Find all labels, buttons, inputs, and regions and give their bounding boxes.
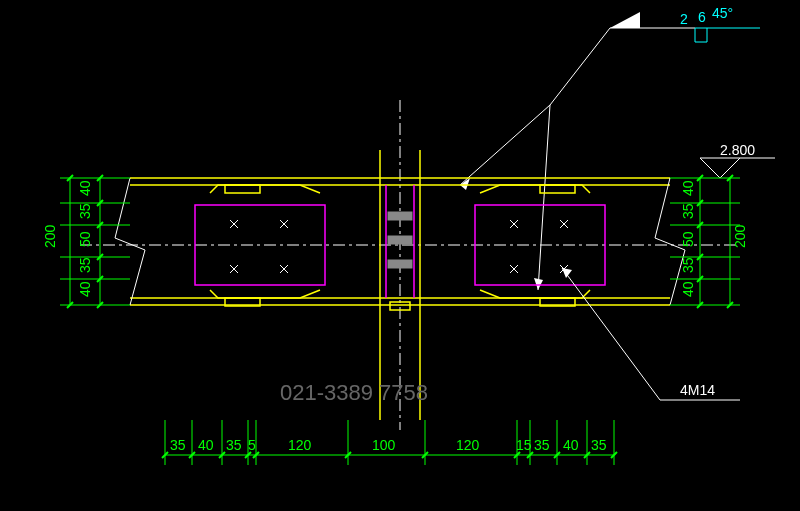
svg-marker-6 (534, 278, 543, 290)
svg-text:50: 50 (77, 231, 93, 247)
svg-text:35: 35 (77, 203, 93, 219)
svg-text:40: 40 (680, 281, 696, 297)
svg-rect-24 (388, 260, 412, 268)
right-dim-chain: 200 40 35 50 35 40 (670, 175, 748, 308)
weld-angle: 45° (712, 5, 733, 21)
svg-rect-22 (388, 212, 412, 220)
elevation-marker: 2.800 (700, 142, 775, 178)
svg-text:120: 120 (288, 437, 312, 453)
svg-text:35: 35 (680, 257, 696, 273)
svg-line-3 (460, 105, 550, 185)
svg-text:40: 40 (198, 437, 214, 453)
svg-text:40: 40 (563, 437, 579, 453)
svg-text:35: 35 (534, 437, 550, 453)
svg-text:35: 35 (680, 203, 696, 219)
svg-text:100: 100 (372, 437, 396, 453)
svg-text:200: 200 (42, 224, 58, 248)
bottom-dim-chain: 35 40 35 5 120 100 120 15 35 40 35 (162, 420, 617, 465)
elevation-value: 2.800 (720, 142, 755, 158)
svg-line-4 (538, 105, 550, 290)
left-dim-chain: 200 40 35 50 35 40 (42, 175, 130, 308)
svg-text:40: 40 (680, 180, 696, 196)
bolt-group-left (230, 220, 288, 273)
bolt-group-right (510, 220, 568, 273)
svg-marker-5 (460, 178, 470, 190)
bolt-label: 4M14 (680, 382, 715, 398)
svg-marker-108 (562, 268, 572, 278)
svg-text:35: 35 (226, 437, 242, 453)
phone-watermark: 021-3389 7758 (280, 380, 428, 405)
svg-text:50: 50 (680, 231, 696, 247)
weld-symbol: 2 6 45° (460, 5, 760, 290)
svg-line-0 (550, 28, 610, 105)
cad-drawing: 2 6 45° 2.800 (0, 0, 800, 511)
bolt-annotation: 4M14 (562, 268, 740, 400)
svg-rect-17 (540, 185, 575, 193)
svg-text:35: 35 (591, 437, 607, 453)
svg-line-106 (562, 268, 660, 400)
svg-text:40: 40 (77, 180, 93, 196)
svg-text:15: 15 (516, 437, 532, 453)
svg-text:120: 120 (456, 437, 480, 453)
svg-rect-14 (225, 185, 260, 193)
weld-size1: 2 (680, 11, 688, 27)
svg-text:35: 35 (77, 257, 93, 273)
weld-size2: 6 (698, 9, 706, 25)
svg-text:35: 35 (170, 437, 186, 453)
flag-icon (610, 12, 640, 28)
svg-text:5: 5 (248, 437, 256, 453)
svg-text:200: 200 (732, 224, 748, 248)
svg-text:40: 40 (77, 281, 93, 297)
svg-rect-23 (388, 236, 412, 244)
